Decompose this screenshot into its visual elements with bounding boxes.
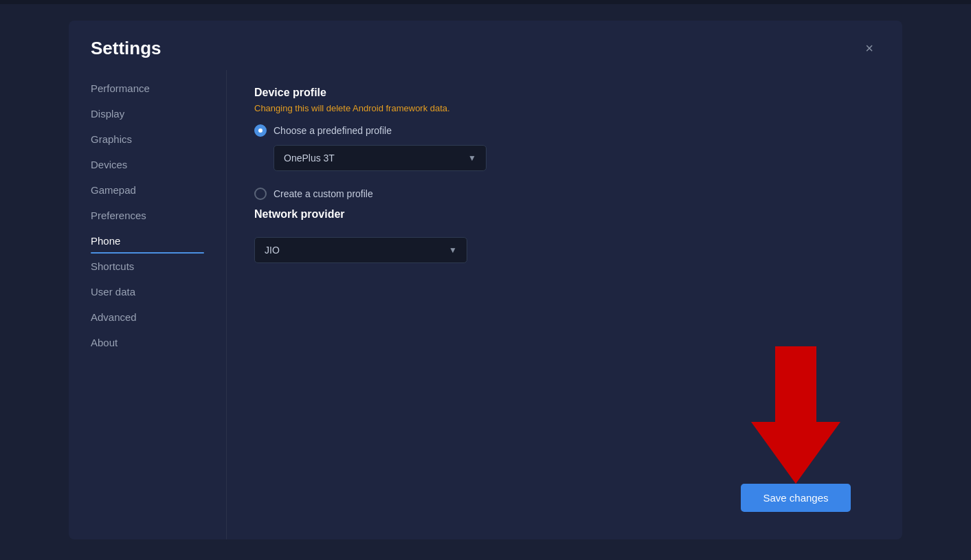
top-bar [0, 0, 971, 4]
settings-header: Settings × [69, 21, 902, 70]
sidebar-item-advanced[interactable]: Advanced [69, 304, 226, 330]
settings-dialog: Settings × Performance Display Graphics … [69, 21, 902, 539]
content-area: Device profile Changing this will delete… [227, 70, 902, 539]
sidebar-item-devices[interactable]: Devices [69, 152, 226, 177]
sidebar: Performance Display Graphics Devices Gam… [69, 70, 227, 539]
dropdown-arrow-icon: ▼ [468, 153, 476, 163]
sidebar-item-shortcuts[interactable]: Shortcuts [69, 254, 226, 279]
device-profile-title: Device profile [254, 87, 875, 99]
sidebar-item-preferences[interactable]: Preferences [69, 203, 226, 228]
network-provider-title: Network provider [254, 208, 875, 221]
settings-title: Settings [91, 38, 161, 59]
predefined-profile-dropdown[interactable]: OnePlus 3T ▼ [274, 145, 487, 171]
radio-predefined-indicator [254, 124, 267, 137]
radio-predefined[interactable]: Choose a predefined profile [254, 124, 875, 137]
device-profile-warning: Changing this will delete Android framew… [254, 103, 875, 113]
device-profile-section: Device profile Changing this will delete… [254, 87, 875, 200]
sidebar-item-user-data[interactable]: User data [69, 279, 226, 304]
sidebar-item-about[interactable]: About [69, 330, 226, 355]
sidebar-item-gamepad[interactable]: Gamepad [69, 177, 226, 203]
radio-custom-label: Create a custom profile [274, 188, 373, 199]
settings-body: Performance Display Graphics Devices Gam… [69, 70, 902, 539]
radio-custom[interactable]: Create a custom profile [254, 188, 875, 200]
network-provider-section: Network provider JIO ▼ [254, 208, 875, 263]
arrow-down-icon [730, 346, 861, 484]
network-dropdown-arrow-icon: ▼ [449, 245, 457, 255]
save-area: Save changes [730, 346, 861, 512]
sidebar-item-graphics[interactable]: Graphics [69, 126, 226, 152]
svg-marker-0 [751, 346, 840, 484]
close-button[interactable]: × [858, 37, 880, 59]
radio-predefined-label: Choose a predefined profile [274, 125, 392, 136]
sidebar-item-phone[interactable]: Phone [69, 228, 226, 254]
sidebar-item-performance[interactable]: Performance [69, 76, 226, 101]
save-changes-button[interactable]: Save changes [741, 484, 851, 512]
network-provider-dropdown[interactable]: JIO ▼ [254, 237, 467, 263]
sidebar-item-display[interactable]: Display [69, 101, 226, 126]
radio-custom-indicator [254, 188, 267, 200]
